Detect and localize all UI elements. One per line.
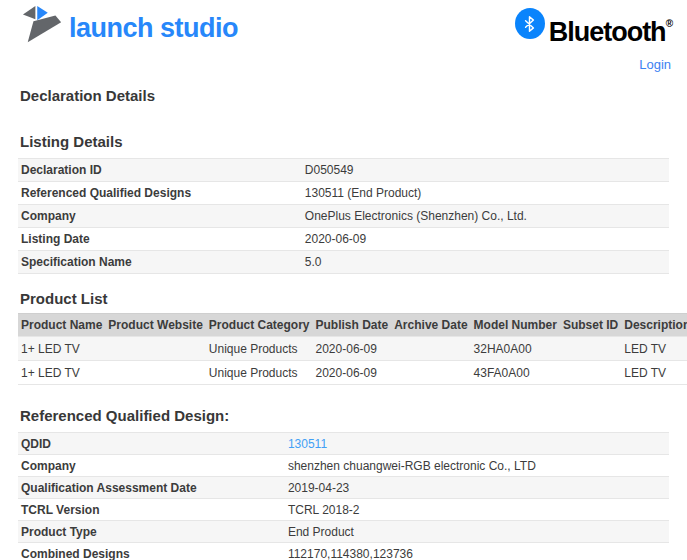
cell-product-website [105, 337, 205, 361]
login-link[interactable]: Login [639, 57, 671, 72]
table-row: Combined Designs 112170,114380,123736 [18, 543, 669, 560]
registered-trademark: ® [666, 18, 673, 29]
table-row: Referenced Qualified Designs 130511 (End… [18, 182, 669, 205]
field-label: Company [18, 455, 285, 477]
cell-product-category: Unique Products [206, 337, 313, 361]
field-label: Company [18, 205, 302, 228]
field-value: TCRL 2018-2 [285, 499, 669, 521]
bluetooth-wordmark: Bluetooth® [549, 8, 673, 48]
cell-archive-date [391, 337, 470, 361]
column-header: Product Name [18, 314, 105, 337]
table-row: Declaration ID D050549 [18, 159, 669, 182]
cell-product-category: Unique Products [206, 361, 313, 385]
table-header-row: Product Name Product Website Product Cat… [18, 314, 687, 337]
table-row: 1+ LED TV Unique Products 2020-06-09 32H… [18, 337, 687, 361]
cell-publish-date: 2020-06-09 [313, 361, 392, 385]
table-row: QDID 130511 [18, 433, 669, 455]
product-list-heading: Product List [20, 291, 669, 306]
field-value: 112170,114380,123736 [285, 543, 669, 560]
field-value: 130511 (End Product) [302, 182, 669, 205]
bluetooth-rune-icon [515, 8, 545, 39]
cell-product-name: 1+ LED TV [18, 361, 105, 385]
listing-details-heading: Listing Details [20, 134, 669, 149]
table-row: Company shenzhen chuangwei-RGB electroni… [18, 455, 669, 477]
page-title: Declaration Details [20, 88, 669, 103]
cell-product-website [105, 361, 205, 385]
cell-product-name: 1+ LED TV [18, 337, 105, 361]
cell-publish-date: 2020-06-09 [313, 337, 392, 361]
main-content: Declaration Details Listing Details Decl… [0, 88, 687, 560]
column-header: Product Website [105, 314, 205, 337]
field-label: TCRL Version [18, 499, 285, 521]
referenced-qualified-design-heading: Referenced Qualified Design: [20, 408, 669, 423]
field-label: Qualification Assessment Date [18, 477, 285, 499]
cell-model-number: 43FA0A00 [471, 361, 560, 385]
column-header: Subset ID [560, 314, 621, 337]
column-header: Model Number [471, 314, 560, 337]
field-value: End Product [285, 521, 669, 543]
cell-description: LED TV [621, 337, 687, 361]
table-row: Qualification Assessment Date 2019-04-23 [18, 477, 669, 499]
field-label: Specification Name [18, 251, 302, 274]
login-bar: Login [0, 51, 687, 69]
field-label: Product Type [18, 521, 285, 543]
cell-subset-id [560, 337, 621, 361]
field-value: shenzhen chuangwei-RGB electronic Co., L… [285, 455, 669, 477]
field-value: D050549 [302, 159, 669, 182]
listing-details-table: Declaration ID D050549 Referenced Qualif… [18, 158, 669, 274]
cell-subset-id [560, 361, 621, 385]
qdid-link[interactable]: 130511 [288, 437, 327, 451]
cell-archive-date [391, 361, 470, 385]
field-value: 130511 [285, 433, 669, 455]
cell-model-number: 32HA0A00 [471, 337, 560, 361]
table-row: Company OnePlus Electronics (Shenzhen) C… [18, 205, 669, 228]
field-label: Listing Date [18, 228, 302, 251]
launch-studio-icon [22, 5, 64, 51]
field-value: OnePlus Electronics (Shenzhen) Co., Ltd. [302, 205, 669, 228]
column-header: Publish Date [313, 314, 392, 337]
referenced-qualified-design-table: QDID 130511 Company shenzhen chuangwei-R… [18, 432, 669, 560]
field-label: Combined Designs [18, 543, 285, 560]
page-header: launch studio Bluetooth® [0, 0, 687, 51]
table-row: 1+ LED TV Unique Products 2020-06-09 43F… [18, 361, 687, 385]
field-label: Referenced Qualified Designs [18, 182, 302, 205]
field-value: 2020-06-09 [302, 228, 669, 251]
table-row: Product Type End Product [18, 521, 669, 543]
cell-description: LED TV [621, 361, 687, 385]
field-value: 5.0 [302, 251, 669, 274]
column-header: Description [621, 314, 687, 337]
column-header: Archive Date [391, 314, 470, 337]
product-list-table: Product Name Product Website Product Cat… [18, 313, 687, 385]
launch-studio-wordmark: launch studio [69, 7, 238, 49]
table-row: Listing Date 2020-06-09 [18, 228, 669, 251]
launch-studio-logo[interactable]: launch studio [22, 5, 238, 51]
table-row: TCRL Version TCRL 2018-2 [18, 499, 669, 521]
field-label: Declaration ID [18, 159, 302, 182]
bluetooth-logo[interactable]: Bluetooth® [515, 5, 673, 48]
column-header: Product Category [206, 314, 313, 337]
field-value: 2019-04-23 [285, 477, 669, 499]
table-row: Specification Name 5.0 [18, 251, 669, 274]
field-label: QDID [18, 433, 285, 455]
